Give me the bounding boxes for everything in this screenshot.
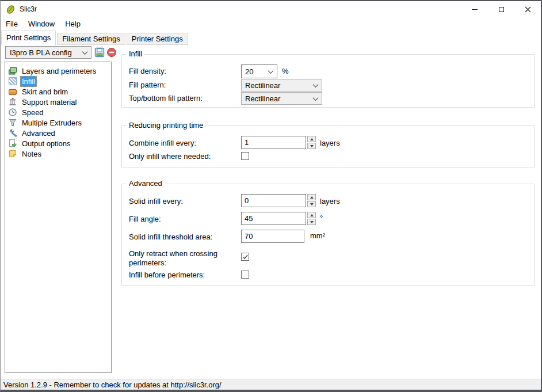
spin-up-button[interactable] <box>307 136 316 142</box>
fill-angle-spinner <box>307 212 316 225</box>
chevron-down-icon <box>313 95 319 101</box>
tab-printer-settings[interactable]: Printer Settings <box>127 33 188 45</box>
group-advanced-legend: Advanced <box>127 179 165 188</box>
preset-value: I3pro B PLA config <box>10 48 72 57</box>
combine-infill-label: Combine infill every: <box>129 139 196 148</box>
sidebar-item-label: Skirt and brim <box>20 86 70 97</box>
notes-icon <box>8 149 17 158</box>
fill-angle-unit: ° <box>320 214 323 223</box>
status-bar: Version 1.2.9 - Remember to check for up… <box>1 379 541 390</box>
group-infill-legend: Infill <box>127 50 144 59</box>
fill-density-combobox[interactable]: 20 <box>241 64 277 78</box>
only-infill-where-needed-label: Only infill where needed: <box>129 152 211 161</box>
checkmark-icon <box>242 254 249 260</box>
status-text: Version 1.2.9 - Remember to check for up… <box>3 380 222 389</box>
only-retract-crossing-checkbox[interactable] <box>241 253 249 261</box>
only-infill-where-needed-checkbox[interactable] <box>241 152 249 160</box>
fill-angle-label: Fill angle: <box>129 215 161 224</box>
sidebar-item-output-options[interactable]: Output options <box>5 138 111 149</box>
only-retract-crossing-label: Only retract when crossing perimeters: <box>129 249 224 268</box>
infill-before-perimeters-label: Infill before perimeters: <box>129 271 205 280</box>
wrench-icon <box>8 128 17 138</box>
chevron-down-icon <box>82 49 88 55</box>
arrow-up-icon <box>310 196 314 199</box>
fill-density-label: Fill density: <box>129 67 166 76</box>
sidebar-item-label: Speed <box>20 107 45 118</box>
spin-up-button[interactable] <box>307 212 316 218</box>
sidebar-item-speed[interactable]: Speed <box>5 107 111 117</box>
fill-pattern-value: Rectilinear <box>245 81 280 90</box>
menu-window[interactable]: Window <box>23 18 60 30</box>
top-bottom-fill-pattern-value: Rectilinear <box>245 94 280 103</box>
speed-clock-icon <box>8 108 17 117</box>
sidebar-item-infill[interactable]: Infill <box>5 76 111 86</box>
sidebar-item-label: Output options <box>20 138 72 149</box>
sidebar-item-layers-and-perimeters[interactable]: Layers and perimeters <box>5 66 111 76</box>
delete-icon <box>106 47 117 58</box>
menu-file[interactable]: File <box>1 18 23 30</box>
spin-down-button[interactable] <box>307 143 316 149</box>
spin-down-button[interactable] <box>307 219 316 225</box>
sidebar-item-label: Advanced <box>20 128 57 139</box>
sidebar-item-support-material[interactable]: Support material <box>5 97 111 107</box>
group-infill: Infill Fill density: 20 % Fill pattern: … <box>121 54 535 108</box>
infill-icon <box>8 77 17 86</box>
sidebar-item-advanced[interactable]: Advanced <box>5 128 111 138</box>
settings-tab-bar: Print Settings Filament Settings Printer… <box>1 31 541 45</box>
chevron-down-icon <box>313 82 319 87</box>
close-icon <box>525 6 531 13</box>
arrow-down-icon <box>310 221 314 223</box>
delete-preset-button[interactable] <box>106 47 117 58</box>
maximize-icon <box>499 7 504 12</box>
sidebar-item-skirt-and-brim[interactable]: Skirt and brim <box>5 86 111 97</box>
menu-help[interactable]: Help <box>60 18 86 30</box>
sidebar-item-label: Support material <box>20 97 78 108</box>
fill-angle-input[interactable] <box>241 212 306 225</box>
slic3r-app-icon <box>6 5 16 14</box>
sidebar-item-notes[interactable]: Notes <box>5 149 111 159</box>
preset-dropdown[interactable]: I3pro B PLA config <box>5 46 91 59</box>
sidebar-item-label: Notes <box>20 149 43 159</box>
sidebar-item-multiple-extruders[interactable]: Multiple Extruders <box>5 117 111 128</box>
sidebar-item-label: Layers and perimeters <box>20 66 98 77</box>
top-bottom-fill-pattern-dropdown[interactable]: Rectilinear <box>241 92 322 105</box>
solid-infill-every-label: Solid infill every: <box>129 197 183 206</box>
solid-infill-every-unit: layers <box>320 197 340 206</box>
settings-tree: Layers and perimeters Infill Skirt and b… <box>5 62 112 373</box>
solid-infill-threshold-input[interactable] <box>241 230 304 243</box>
title-bar: Slic3r <box>1 1 541 17</box>
sidebar-item-label: Multiple Extruders <box>20 117 83 128</box>
arrow-down-icon <box>310 203 314 205</box>
group-reducing-printing-time: Reducing printing time Combine infill ev… <box>121 125 535 168</box>
spin-down-button[interactable] <box>307 201 316 207</box>
fill-density-value: 20 <box>245 67 253 76</box>
support-icon <box>8 97 17 106</box>
close-button[interactable] <box>514 1 541 17</box>
minimize-icon <box>472 9 478 10</box>
combine-infill-spinner <box>307 136 316 149</box>
solid-infill-every-input[interactable] <box>241 194 306 207</box>
group-advanced: Advanced Solid infill every: layers Fill… <box>121 184 535 286</box>
funnel-icon <box>8 118 17 127</box>
solid-infill-threshold-label: Solid infill threshold area: <box>129 233 212 242</box>
tab-print-settings[interactable]: Print Settings <box>1 31 56 45</box>
window-title: Slic3r <box>20 1 37 17</box>
save-icon <box>94 47 105 58</box>
infill-before-perimeters-checkbox[interactable] <box>241 271 249 279</box>
top-bottom-fill-pattern-label: Top/bottom fill pattern: <box>129 94 203 103</box>
maximize-button[interactable] <box>488 1 514 17</box>
combine-infill-input[interactable] <box>241 136 306 149</box>
save-preset-button[interactable] <box>94 47 105 58</box>
skirt-icon <box>8 87 17 96</box>
arrow-up-icon <box>310 138 314 140</box>
spin-up-button[interactable] <box>307 194 316 200</box>
layers-icon <box>8 66 17 75</box>
arrow-up-icon <box>310 214 314 216</box>
minimize-button[interactable] <box>461 1 488 17</box>
tab-filament-settings[interactable]: Filament Settings <box>57 33 125 45</box>
fill-pattern-dropdown[interactable]: Rectilinear <box>241 79 322 92</box>
fill-pattern-label: Fill pattern: <box>129 81 166 90</box>
combine-infill-unit: layers <box>320 139 340 148</box>
slic3r-window: Slic3r File Window Help Print Settings F… <box>0 0 542 392</box>
solid-infill-every-spinner <box>307 194 316 207</box>
